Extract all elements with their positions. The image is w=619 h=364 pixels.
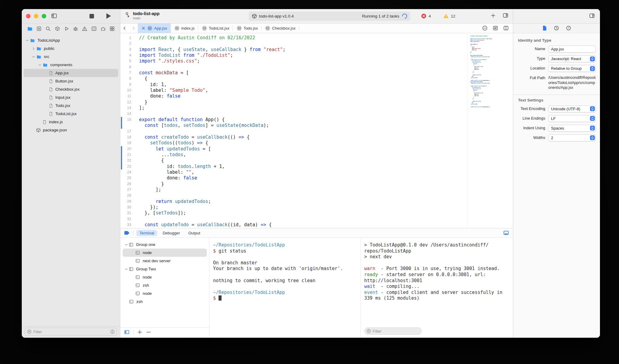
terminal-session-item-zsh[interactable]: zsh bbox=[123, 298, 207, 306]
run-navigator-icon[interactable] bbox=[63, 25, 70, 32]
code-line: 26 } bbox=[120, 181, 467, 187]
add-button[interactable] bbox=[491, 13, 496, 18]
toggle-right-sidebar-icon[interactable] bbox=[502, 13, 509, 18]
overview-navigator-icon[interactable] bbox=[109, 25, 115, 32]
file-tree-item-app-jsx[interactable]: App.jsx bbox=[24, 69, 118, 77]
status-bar[interactable]: todo-list-app v1.0.4 Running 1 of 2 task… bbox=[249, 11, 410, 21]
file-tree-item-input-jsx[interactable]: Input.jsx bbox=[24, 93, 118, 101]
file-tree-item-button-jsx[interactable]: Button.jsx bbox=[24, 77, 118, 85]
stepper-icon[interactable] bbox=[590, 135, 595, 140]
terminal-session-item-node[interactable]: node bbox=[123, 273, 207, 281]
plus-minus-filter-icon[interactable] bbox=[110, 329, 115, 334]
indent-using-select[interactable]: Spaces bbox=[548, 125, 596, 132]
editor-tab-index-js[interactable]: index.js bbox=[171, 23, 198, 33]
stepper-icon[interactable] bbox=[590, 126, 595, 130]
history-inspector-tab-icon[interactable] bbox=[554, 25, 559, 31]
close-window-button[interactable] bbox=[26, 14, 31, 18]
disclosure-down-icon[interactable] bbox=[124, 267, 129, 271]
remove-terminal-icon[interactable] bbox=[146, 330, 151, 335]
location-select[interactable]: Relative to Group bbox=[548, 65, 596, 72]
bottom-tab-terminal[interactable]: Terminal bbox=[136, 230, 157, 236]
minimize-window-button[interactable] bbox=[34, 14, 38, 18]
error-badge-icon[interactable] bbox=[421, 13, 426, 19]
tab-label: Checkbox.jsx bbox=[272, 26, 295, 31]
file-tree-item-todolistapp[interactable]: TodoListApp bbox=[24, 36, 118, 44]
toggle-left-sidebar-icon[interactable] bbox=[51, 13, 57, 19]
stop-button[interactable] bbox=[89, 14, 94, 18]
search-navigator-icon[interactable] bbox=[45, 25, 51, 32]
warning-badge-icon[interactable] bbox=[443, 13, 449, 19]
changes-navigator-icon[interactable] bbox=[36, 25, 42, 32]
editor-tab-todo-jsx[interactable]: Todo.jsx bbox=[233, 23, 262, 33]
bottom-tab-output[interactable]: Output bbox=[185, 230, 203, 236]
terminal-session-item-node[interactable]: node bbox=[123, 289, 207, 298]
disclosure-right-icon[interactable] bbox=[31, 47, 36, 50]
disclosure-down-icon[interactable] bbox=[31, 55, 36, 59]
file-inspector-tab-icon[interactable] bbox=[542, 25, 547, 31]
file-tree-item-components[interactable]: components bbox=[24, 61, 118, 69]
back-button[interactable] bbox=[120, 23, 129, 33]
editor-tab-todolist-jsx[interactable]: TodoList.jsx bbox=[198, 23, 233, 33]
react-file-icon bbox=[237, 26, 242, 31]
terminal-filter-input[interactable]: Filter bbox=[364, 327, 422, 335]
line-number: 12 bbox=[120, 99, 134, 105]
project-folder-navigator-icon[interactable] bbox=[27, 25, 33, 32]
editor-tab-checkbox-jsx[interactable]: Checkbox.jsx bbox=[261, 23, 299, 33]
close-tab-icon[interactable] bbox=[141, 26, 145, 30]
zoom-window-button[interactable] bbox=[42, 14, 46, 18]
terminal-session-item-next-dev-server[interactable]: next dev server bbox=[123, 257, 207, 265]
swap-editor-icon[interactable] bbox=[493, 25, 498, 31]
stepper-icon[interactable] bbox=[590, 56, 595, 61]
more-options-icon[interactable] bbox=[482, 25, 488, 31]
terminal-session-item-zsh[interactable]: zsh bbox=[123, 281, 207, 289]
terminal-pane-secondary[interactable]: > TodoListApp@0.1.0 dev /Users/austincon… bbox=[361, 238, 513, 338]
disclosure-down-icon[interactable] bbox=[25, 39, 30, 42]
disclosure-down-icon[interactable] bbox=[37, 63, 42, 67]
name-input[interactable]: App.jsx bbox=[548, 46, 596, 53]
navigator-filter-input[interactable]: Filter bbox=[25, 328, 117, 336]
toggle-inspector-icon[interactable] bbox=[589, 13, 595, 18]
terminal-session-item-group-two[interactable]: Group Two bbox=[123, 265, 207, 273]
disclosure-down-icon[interactable] bbox=[124, 243, 129, 246]
react-file-icon bbox=[265, 26, 270, 31]
terminal-session-item-group-one[interactable]: Group one bbox=[123, 240, 207, 249]
file-tree-item-checkbox-jsx[interactable]: Checkbox.jsx bbox=[24, 85, 118, 93]
project-header[interactable]: todo-list-app main bbox=[125, 11, 160, 20]
issues-navigator-icon[interactable] bbox=[81, 25, 88, 32]
file-tree-item-todolist-jsx[interactable]: TodoList.jsx bbox=[24, 110, 118, 118]
run-button[interactable] bbox=[106, 13, 111, 19]
file-tree-item-todo-jsx[interactable]: Todo.jsx bbox=[24, 101, 118, 110]
type-select[interactable]: Javascript: React bbox=[548, 55, 596, 62]
file-tree-item-public[interactable]: public bbox=[24, 44, 118, 53]
bottom-tab-debugger[interactable]: Debugger bbox=[160, 230, 183, 236]
inspector-label: Line Endings bbox=[517, 115, 545, 121]
tag-icon[interactable] bbox=[124, 230, 130, 235]
text-encoding-select[interactable]: Unicode (UTF-8) bbox=[548, 105, 596, 112]
widths-select[interactable]: 2 bbox=[548, 134, 596, 141]
add-terminal-icon[interactable] bbox=[137, 330, 142, 335]
help-inspector-tab-icon[interactable]: ? bbox=[566, 25, 571, 31]
file-tree-item-index-js[interactable]: index.js bbox=[24, 118, 118, 126]
terminal-session-item-node[interactable]: node bbox=[123, 249, 207, 257]
forward-button[interactable] bbox=[129, 23, 138, 33]
extensions-navigator-icon[interactable] bbox=[100, 25, 106, 32]
stepper-icon[interactable] bbox=[590, 66, 595, 71]
split-editor-icon[interactable] bbox=[503, 25, 509, 31]
terminal-pane-main[interactable]: ~/Repositories/TodoListApp$ git status O… bbox=[209, 238, 361, 338]
editor-tab-app-jsx[interactable]: App.jsx bbox=[138, 23, 171, 33]
package-navigator-icon[interactable] bbox=[54, 25, 61, 32]
bug-navigator-icon[interactable] bbox=[72, 25, 79, 32]
stepper-icon[interactable] bbox=[590, 106, 595, 111]
minimap[interactable] bbox=[467, 33, 513, 228]
change-marker bbox=[121, 152, 122, 158]
line-endings-select[interactable]: LF bbox=[548, 115, 596, 122]
file-tree-item-package-json[interactable]: package.json bbox=[24, 126, 118, 134]
stepper-icon[interactable] bbox=[590, 116, 595, 121]
code-editor[interactable]: 1// Created by Austin Condiff on 02/16/2… bbox=[120, 33, 513, 228]
terminal-cursor bbox=[219, 295, 222, 301]
toggle-terminal-sidebar-icon[interactable] bbox=[124, 330, 130, 335]
item-label: src bbox=[44, 54, 49, 59]
symbols-navigator-icon[interactable]: {} bbox=[91, 25, 97, 32]
file-tree-item-src[interactable]: src bbox=[24, 53, 118, 61]
toggle-bottom-panel-icon[interactable] bbox=[503, 230, 509, 236]
